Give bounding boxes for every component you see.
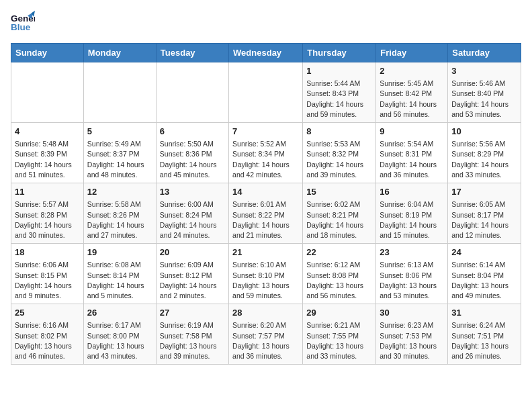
calendar-cell [83, 62, 156, 123]
calendar-cell: 26Sunrise: 6:17 AM Sunset: 8:00 PM Dayli… [83, 304, 156, 365]
calendar-cell: 2Sunrise: 5:45 AM Sunset: 8:42 PM Daylig… [376, 62, 448, 123]
calendar-cell [229, 62, 303, 123]
calendar-cell: 11Sunrise: 5:57 AM Sunset: 8:28 PM Dayli… [11, 183, 84, 244]
week-row-3: 11Sunrise: 5:57 AM Sunset: 8:28 PM Dayli… [11, 183, 521, 244]
day-info: Sunrise: 5:56 AM Sunset: 8:29 PM Dayligh… [451, 139, 517, 180]
calendar-cell: 8Sunrise: 5:53 AM Sunset: 8:32 PM Daylig… [303, 123, 376, 183]
day-info: Sunrise: 5:44 AM Sunset: 8:43 PM Dayligh… [306, 79, 372, 120]
week-row-2: 4Sunrise: 5:48 AM Sunset: 8:39 PM Daylig… [11, 123, 521, 183]
day-number: 27 [160, 307, 225, 319]
calendar-cell: 19Sunrise: 6:08 AM Sunset: 8:14 PM Dayli… [83, 244, 156, 304]
day-info: Sunrise: 6:02 AM Sunset: 8:21 PM Dayligh… [306, 199, 372, 240]
calendar-cell: 4Sunrise: 5:48 AM Sunset: 8:39 PM Daylig… [11, 123, 84, 183]
calendar-cell: 18Sunrise: 6:06 AM Sunset: 8:15 PM Dayli… [11, 244, 84, 304]
day-number: 7 [232, 126, 299, 138]
calendar-cell: 6Sunrise: 5:50 AM Sunset: 8:36 PM Daylig… [156, 123, 228, 183]
calendar-cell: 15Sunrise: 6:02 AM Sunset: 8:21 PM Dayli… [303, 183, 376, 244]
day-number: 15 [306, 186, 372, 198]
calendar-cell: 23Sunrise: 6:13 AM Sunset: 8:06 PM Dayli… [376, 244, 448, 304]
day-number: 2 [380, 65, 444, 77]
day-number: 10 [451, 126, 517, 138]
day-info: Sunrise: 5:53 AM Sunset: 8:32 PM Dayligh… [306, 139, 372, 180]
day-info: Sunrise: 6:13 AM Sunset: 8:06 PM Dayligh… [380, 260, 444, 301]
weekday-header-tuesday: Tuesday [156, 44, 228, 62]
day-info: Sunrise: 6:20 AM Sunset: 7:57 PM Dayligh… [232, 320, 299, 361]
calendar-cell: 9Sunrise: 5:54 AM Sunset: 8:31 PM Daylig… [376, 123, 448, 183]
day-info: Sunrise: 6:19 AM Sunset: 7:58 PM Dayligh… [160, 320, 225, 361]
calendar-cell: 27Sunrise: 6:19 AM Sunset: 7:58 PM Dayli… [156, 304, 228, 365]
calendar-cell: 31Sunrise: 6:24 AM Sunset: 7:51 PM Dayli… [448, 304, 521, 365]
day-info: Sunrise: 6:09 AM Sunset: 8:12 PM Dayligh… [160, 260, 225, 301]
calendar-cell: 7Sunrise: 5:52 AM Sunset: 8:34 PM Daylig… [229, 123, 303, 183]
day-info: Sunrise: 6:24 AM Sunset: 7:51 PM Dayligh… [451, 320, 517, 361]
day-info: Sunrise: 5:54 AM Sunset: 8:31 PM Dayligh… [380, 139, 444, 180]
day-number: 8 [306, 126, 372, 138]
calendar-cell: 10Sunrise: 5:56 AM Sunset: 8:29 PM Dayli… [448, 123, 521, 183]
calendar-cell: 21Sunrise: 6:10 AM Sunset: 8:10 PM Dayli… [229, 244, 303, 304]
header: General Blue [11, 11, 521, 35]
calendar-cell: 3Sunrise: 5:46 AM Sunset: 8:40 PM Daylig… [448, 62, 521, 123]
day-number: 21 [232, 246, 299, 259]
day-number: 4 [15, 126, 80, 138]
calendar-cell: 16Sunrise: 6:04 AM Sunset: 8:19 PM Dayli… [376, 183, 448, 244]
day-number: 11 [15, 186, 80, 198]
calendar-body: 1Sunrise: 5:44 AM Sunset: 8:43 PM Daylig… [11, 62, 521, 365]
weekday-header-friday: Friday [376, 44, 448, 62]
day-number: 26 [87, 307, 152, 319]
svg-text:Blue: Blue [11, 22, 31, 32]
day-number: 24 [451, 246, 517, 259]
calendar-header: SundayMondayTuesdayWednesdayThursdayFrid… [11, 44, 521, 62]
calendar-cell [11, 62, 84, 123]
day-number: 5 [87, 126, 152, 138]
day-number: 20 [160, 246, 225, 259]
day-info: Sunrise: 6:14 AM Sunset: 8:04 PM Dayligh… [451, 260, 517, 301]
day-number: 3 [451, 65, 517, 77]
calendar-cell: 22Sunrise: 6:12 AM Sunset: 8:08 PM Dayli… [303, 244, 376, 304]
calendar-table: SundayMondayTuesdayWednesdayThursdayFrid… [11, 43, 521, 365]
calendar-cell: 17Sunrise: 6:05 AM Sunset: 8:17 PM Dayli… [448, 183, 521, 244]
calendar-cell: 1Sunrise: 5:44 AM Sunset: 8:43 PM Daylig… [303, 62, 376, 123]
calendar-cell: 30Sunrise: 6:23 AM Sunset: 7:53 PM Dayli… [376, 304, 448, 365]
day-info: Sunrise: 6:23 AM Sunset: 7:53 PM Dayligh… [380, 320, 444, 361]
weekday-header-monday: Monday [83, 44, 156, 62]
week-row-5: 25Sunrise: 6:16 AM Sunset: 8:02 PM Dayli… [11, 304, 521, 365]
weekday-header-thursday: Thursday [303, 44, 376, 62]
day-number: 19 [87, 246, 152, 259]
day-number: 18 [15, 246, 80, 259]
day-number: 23 [380, 246, 444, 259]
weekday-header-wednesday: Wednesday [229, 44, 303, 62]
day-info: Sunrise: 6:05 AM Sunset: 8:17 PM Dayligh… [451, 199, 517, 240]
day-info: Sunrise: 5:48 AM Sunset: 8:39 PM Dayligh… [15, 139, 80, 180]
day-number: 28 [232, 307, 299, 319]
day-number: 14 [232, 186, 299, 198]
week-row-4: 18Sunrise: 6:06 AM Sunset: 8:15 PM Dayli… [11, 244, 521, 304]
calendar-cell: 12Sunrise: 5:58 AM Sunset: 8:26 PM Dayli… [83, 183, 156, 244]
day-number: 22 [306, 246, 372, 259]
day-info: Sunrise: 5:52 AM Sunset: 8:34 PM Dayligh… [232, 139, 299, 180]
calendar-cell: 24Sunrise: 6:14 AM Sunset: 8:04 PM Dayli… [448, 244, 521, 304]
day-number: 6 [160, 126, 225, 138]
calendar-cell [156, 62, 228, 123]
weekday-header-row: SundayMondayTuesdayWednesdayThursdayFrid… [11, 44, 521, 62]
calendar-cell: 13Sunrise: 6:00 AM Sunset: 8:24 PM Dayli… [156, 183, 228, 244]
calendar-cell: 29Sunrise: 6:21 AM Sunset: 7:55 PM Dayli… [303, 304, 376, 365]
day-number: 25 [15, 307, 80, 319]
day-number: 9 [380, 126, 444, 138]
day-info: Sunrise: 6:01 AM Sunset: 8:22 PM Dayligh… [232, 199, 299, 240]
day-number: 16 [380, 186, 444, 198]
weekday-header-sunday: Sunday [11, 44, 84, 62]
day-info: Sunrise: 6:12 AM Sunset: 8:08 PM Dayligh… [306, 260, 372, 301]
week-row-1: 1Sunrise: 5:44 AM Sunset: 8:43 PM Daylig… [11, 62, 521, 123]
day-info: Sunrise: 6:21 AM Sunset: 7:55 PM Dayligh… [306, 320, 372, 361]
calendar-cell: 25Sunrise: 6:16 AM Sunset: 8:02 PM Dayli… [11, 304, 84, 365]
weekday-header-saturday: Saturday [448, 44, 521, 62]
day-info: Sunrise: 5:46 AM Sunset: 8:40 PM Dayligh… [451, 79, 517, 120]
day-info: Sunrise: 5:49 AM Sunset: 8:37 PM Dayligh… [87, 139, 152, 180]
day-number: 30 [380, 307, 444, 319]
day-info: Sunrise: 5:50 AM Sunset: 8:36 PM Dayligh… [160, 139, 225, 180]
day-info: Sunrise: 5:57 AM Sunset: 8:28 PM Dayligh… [15, 199, 80, 240]
day-info: Sunrise: 6:00 AM Sunset: 8:24 PM Dayligh… [160, 199, 225, 240]
calendar-cell: 14Sunrise: 6:01 AM Sunset: 8:22 PM Dayli… [229, 183, 303, 244]
calendar-cell: 20Sunrise: 6:09 AM Sunset: 8:12 PM Dayli… [156, 244, 228, 304]
day-number: 29 [306, 307, 372, 319]
